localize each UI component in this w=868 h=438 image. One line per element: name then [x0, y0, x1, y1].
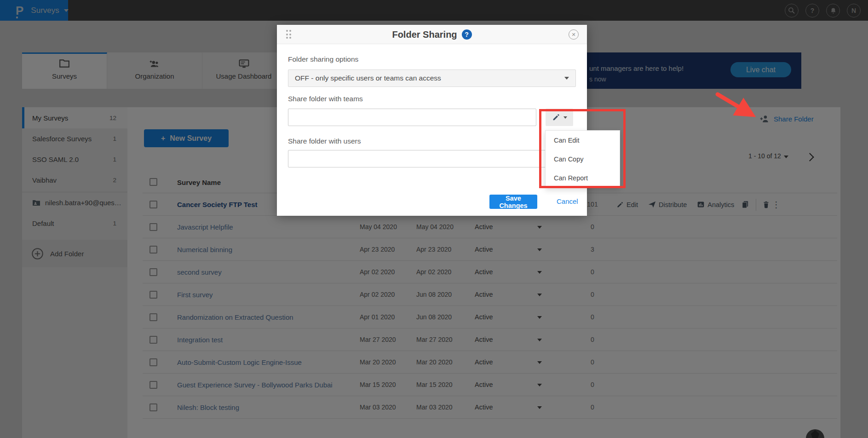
share-teams-input[interactable] [288, 109, 536, 126]
folder-sharing-options-select[interactable]: OFF - only specific users or teams can a… [288, 69, 576, 87]
modal-close-button[interactable]: ✕ [569, 29, 579, 40]
options-label: Folder sharing options [288, 55, 358, 63]
cancel-button[interactable]: Cancel [557, 197, 578, 205]
annotation-arrow [709, 91, 762, 121]
share-users-input[interactable] [288, 150, 576, 167]
chevron-down-icon [564, 77, 569, 80]
annotation-rectangle [539, 109, 626, 188]
modal-title: Folder Sharing [392, 29, 457, 40]
close-icon: ✕ [571, 32, 575, 38]
save-changes-button[interactable]: Save Changes [489, 195, 537, 209]
users-label: Share folder with users [288, 137, 361, 145]
teams-label: Share folder with teams [288, 95, 363, 103]
app-window: P Surveys ? N Surveys Organization Usage [0, 0, 868, 438]
help-icon[interactable]: ? [462, 29, 472, 40]
modal-header: Folder Sharing ? ✕ [277, 25, 587, 44]
